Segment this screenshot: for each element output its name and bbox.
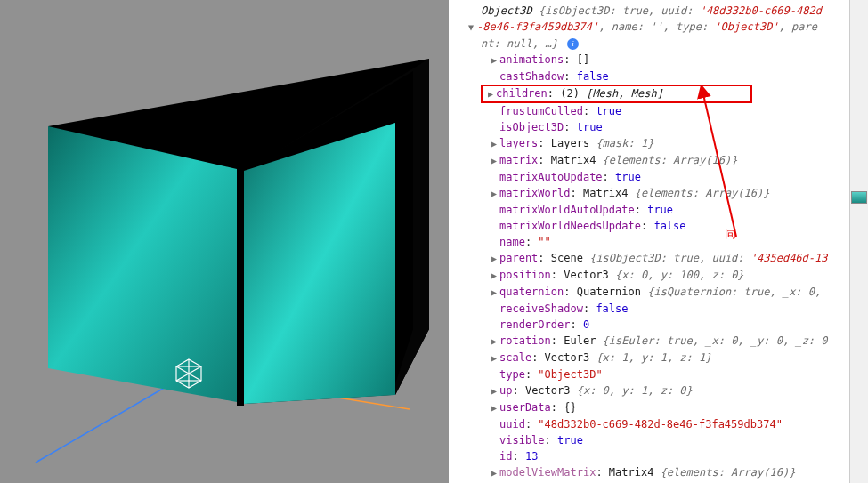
prop-children-highlighted[interactable]: ▶children: (2) [Mesh, Mesh] xyxy=(454,85,844,103)
prop-receiveShadow: receiveShadow: false xyxy=(454,301,844,317)
prop-uuid: uuid: "48d332b0-c669-482d-8e46-f3fa459db… xyxy=(454,416,844,432)
object-inspector-panel[interactable]: Object3D {isObject3D: true, uuid: '48d33… xyxy=(449,0,849,483)
3d-viewport[interactable] xyxy=(0,0,449,483)
prop-matrixAutoUpdate: matrixAutoUpdate: true xyxy=(454,169,844,185)
prop-frustumCulled: frustumCulled: true xyxy=(454,103,844,119)
cube-right-front-face xyxy=(244,123,395,404)
prop-scale[interactable]: ▶scale: Vector3 {x: 1, y: 1, z: 1} xyxy=(454,350,844,366)
cube-left-front-face xyxy=(48,126,237,402)
prop-castShadow: castShadow: false xyxy=(454,68,844,85)
object-header-line3: nt: null, …} i xyxy=(454,36,844,52)
prop-position[interactable]: ▶position: Vector3 {x: 0, y: 100, z: 0} xyxy=(454,267,844,284)
prop-userData[interactable]: ▶userData: {} xyxy=(454,399,844,416)
prop-name: name: "" xyxy=(454,234,844,250)
prop-renderOrder: renderOrder: 0 xyxy=(454,317,844,333)
prop-matrixWorldAutoUpdate: matrixWorldAutoUpdate: true xyxy=(454,202,844,218)
prop-matrixWorld[interactable]: ▶matrixWorld: Matrix4 {elements: Array(1… xyxy=(454,185,844,202)
prop-visible: visible: true xyxy=(454,432,844,448)
prop-type: type: "Object3D" xyxy=(454,366,844,382)
object-header-line2: ▼-8e46-f3fa459db374', name: '', type: 'O… xyxy=(454,19,844,36)
prop-layers[interactable]: ▶layers: Layers {mask: 1} xyxy=(454,135,844,152)
prop-isObject3D: isObject3D: true xyxy=(454,119,844,135)
prop-modelViewMatrix[interactable]: ▶modelViewMatrix: Matrix4 {elements: Arr… xyxy=(454,464,844,481)
info-icon[interactable]: i xyxy=(567,38,579,50)
prop-parent[interactable]: ▶parent: Scene {isObject3D: true, uuid: … xyxy=(454,250,844,267)
prop-matrixWorldNeedsUpdate: matrixWorldNeedsUpdate: false xyxy=(454,218,844,234)
minimap-thumbnail-icon[interactable] xyxy=(851,191,867,204)
prop-quaternion[interactable]: ▶quaternion: Quaternion {isQuaternion: t… xyxy=(454,284,844,301)
right-rail xyxy=(849,0,868,483)
prop-rotation[interactable]: ▶rotation: Euler {isEuler: true, _x: 0, … xyxy=(454,333,844,350)
expand-toggle-icon[interactable]: ▼ xyxy=(466,20,475,36)
prop-matrix[interactable]: ▶matrix: Matrix4 {elements: Array(16)} xyxy=(454,152,844,169)
cube-seam xyxy=(237,167,244,406)
annotation-text: 同 xyxy=(725,226,736,242)
prop-animations[interactable]: ▶animations: [] xyxy=(454,52,844,68)
prop-id: id: 13 xyxy=(454,448,844,464)
prop-up[interactable]: ▶up: Vector3 {x: 0, y: 1, z: 0} xyxy=(454,382,844,399)
object-header-line1: Object3D {isObject3D: true, uuid: '48d33… xyxy=(454,3,844,19)
